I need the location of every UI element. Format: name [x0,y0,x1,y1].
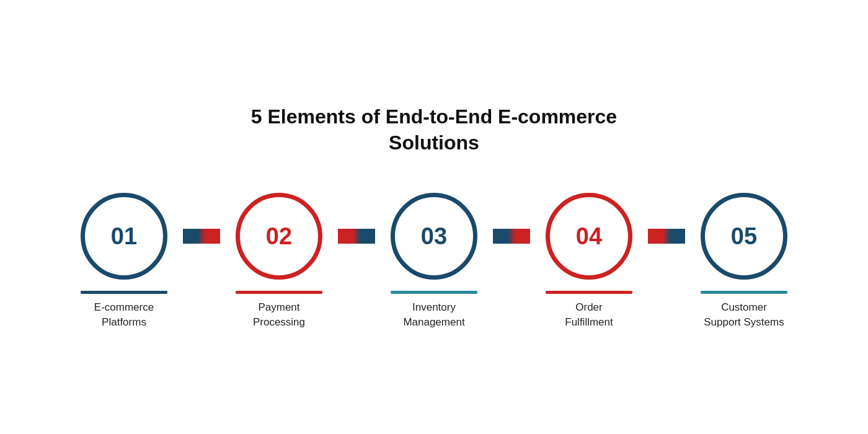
circles-row: 01 E-commercePlatforms 02 PaymentProcess… [93,193,775,330]
connector-1-2 [183,229,220,244]
element-1: 01 E-commercePlatforms [65,193,183,330]
number-1: 01 [111,223,137,250]
underline-3 [391,291,477,294]
label-5: CustomerSupport Systems [704,300,784,330]
underline-5 [701,291,787,294]
element-4: 04 OrderFulfillment [530,193,648,330]
circle-4: 04 [546,193,632,280]
diagram: 01 E-commercePlatforms 02 PaymentProcess… [93,193,775,330]
circle-2: 02 [236,193,322,280]
connector-3-4 [493,229,530,244]
circle-1: 01 [81,193,167,280]
label-3: InventoryManagement [403,300,464,330]
underline-4 [546,291,632,294]
label-1: E-commercePlatforms [94,300,154,330]
connector-2-3 [338,229,375,244]
circle-5: 05 [701,193,787,280]
underline-2 [236,291,322,294]
connector-4-5 [648,229,685,244]
label-2: PaymentProcessing [253,300,305,330]
element-5: 05 CustomerSupport Systems [685,193,803,330]
underline-1 [81,291,167,294]
label-4: OrderFulfillment [565,300,613,330]
number-2: 02 [266,223,292,250]
element-3: 03 InventoryManagement [375,193,493,330]
number-4: 04 [576,223,602,250]
element-2: 02 PaymentProcessing [220,193,338,330]
number-3: 03 [421,223,447,250]
page-title: 5 Elements of End-to-End E-commerce Solu… [251,104,617,156]
circle-3: 03 [391,193,477,280]
number-5: 05 [731,223,757,250]
